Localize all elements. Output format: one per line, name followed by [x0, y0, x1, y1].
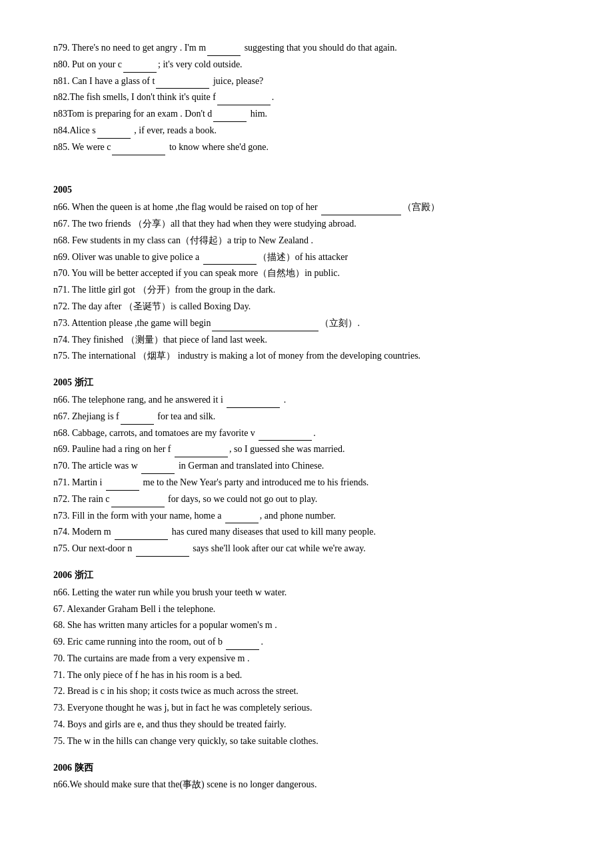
blank-2005zj-n72[interactable] [111, 507, 165, 507]
blank-2005zj-n75[interactable] [136, 556, 189, 557]
line-2005-n69: n69. Oliver was unable to give police a … [53, 249, 560, 265]
blank-2005zj-n69[interactable] [175, 457, 228, 457]
line-2006zj-n66: n66. Letting the water run while you bru… [53, 585, 560, 601]
line-2005-n71: n71. The little girl got （分开）from the gr… [53, 282, 560, 298]
line-2005zj-n75: n75. Our next-door n says she'll look af… [53, 541, 560, 557]
section-2005-zj: 2005 浙江 n66. The telephone rang, and he … [53, 375, 560, 557]
blank-2005zj-n68[interactable] [259, 440, 312, 441]
line-2005-n70: n70. You will be better accepted if you … [53, 265, 560, 281]
section-2006-zj: 2006 浙江 n66. Letting the water run while… [53, 567, 560, 749]
line-n82: n82.The fish smells, I don't think it's … [53, 89, 560, 105]
line-2005zj-n68: n68. Cabbage, carrots, and tomatoes are … [53, 425, 560, 441]
blank-n82[interactable] [217, 105, 271, 105]
line-2006zj-68: 68. She has written many articles for a … [53, 617, 560, 633]
line-2006zj-75: 75. The w in the hills can change very q… [53, 733, 560, 749]
title-2006-sx: 2006 陕西 [53, 760, 560, 776]
line-n81: n81. Can I have a glass of t juice, plea… [53, 73, 560, 89]
blank-2005-n66[interactable] [321, 215, 401, 215]
line-2005zj-n67: n67. Zhejiang is f for tea and silk. [53, 409, 560, 425]
line-2005-n75: n75. The international （烟草） industry is … [53, 348, 560, 364]
line-2006zj-67: 67. Alexander Graham Bell i the telephon… [53, 601, 560, 617]
blank-n83[interactable] [213, 121, 247, 122]
blank-n84[interactable] [97, 138, 131, 139]
line-n80: n80. Put on your c; it's very cold outsi… [53, 57, 560, 73]
section-2005: 2005 n66. When the queen is at home ,the… [53, 182, 560, 364]
line-2005zj-n66: n66. The telephone rang, and he answered… [53, 392, 560, 408]
line-2005-n73: n73. Attention please ,the game will beg… [53, 315, 560, 331]
line-2006zj-70: 70. The curtains are made from a very ex… [53, 651, 560, 667]
blank-n79[interactable] [207, 55, 241, 56]
line-2005-n66: n66. When the queen is at home ,the flag… [53, 199, 560, 215]
line-2005zj-n69: n69. Pauline had a ring on her f , so I … [53, 441, 560, 457]
title-2005-zj: 2005 浙江 [53, 375, 560, 391]
line-2005zj-n70: n70. The article was w in German and tra… [53, 458, 560, 474]
title-2006-zj: 2006 浙江 [53, 567, 560, 583]
blank-2006zj-69[interactable] [226, 649, 259, 650]
blank-2005zj-n74[interactable] [115, 539, 168, 540]
line-n84: n84.Alice s , if ever, reads a book. [53, 123, 560, 139]
line-2005-n74: n74. They finished （测量）that piece of lan… [53, 332, 560, 348]
line-2005zj-n74: n74. Modern m has cured many diseases th… [53, 524, 560, 540]
blank-n81[interactable] [156, 88, 209, 89]
line-2005-n72: n72. The day after （圣诞节）is called Boxing… [53, 299, 560, 315]
line-n83: n83Tom is preparing for an exam . Don't … [53, 106, 560, 122]
blank-2005-n73[interactable] [212, 331, 318, 331]
line-2005-n67: n67. The two friends （分享）all that they h… [53, 216, 560, 232]
blank-n85[interactable] [112, 155, 165, 155]
line-2006zj-71: 71. The only piece of f he has in his ro… [53, 667, 560, 683]
blank-2005zj-n66[interactable] [227, 407, 280, 408]
line-2006zj-73: 73. Everyone thought he was j, but in fa… [53, 700, 560, 716]
blank-2005-n69[interactable] [203, 264, 257, 265]
title-2005: 2005 [53, 182, 560, 198]
section-2006-sx: 2006 陕西 n66.We should make sure that the… [53, 760, 560, 793]
line-2005zj-n71: n71. Martin i me to the New Year's party… [53, 475, 560, 491]
document-container: n79. There's no need to get angry . I'm … [53, 40, 560, 793]
line-n79: n79. There's no need to get angry . I'm … [53, 40, 560, 56]
blank-2005zj-n71[interactable] [106, 490, 139, 491]
line-2005zj-n72: n72. The rain c for days, so we could no… [53, 491, 560, 507]
line-2005zj-n73: n73. Fill in the form with your name, ho… [53, 508, 560, 524]
line-2006zj-72: 72. Bread is c in his shop; it costs twi… [53, 683, 560, 699]
blank-2005zj-n70[interactable] [141, 473, 175, 474]
line-2006sx-n66: n66.We should make sure that the(事故) sce… [53, 777, 560, 793]
blank-2005zj-n73[interactable] [225, 523, 259, 523]
pre-2005-section: n79. There's no need to get angry . I'm … [53, 40, 560, 155]
line-2006zj-74: 74. Boys and girls are e, and thus they … [53, 717, 560, 733]
line-2006zj-69: 69. Eric came running into the room, out… [53, 634, 560, 650]
blank-2005zj-n67[interactable] [121, 424, 154, 425]
blank-n80[interactable] [123, 72, 157, 73]
line-2005-n68: n68. Few students in my class can（付得起）a … [53, 233, 560, 249]
line-n85: n85. We were c to know where she'd gone. [53, 139, 560, 155]
